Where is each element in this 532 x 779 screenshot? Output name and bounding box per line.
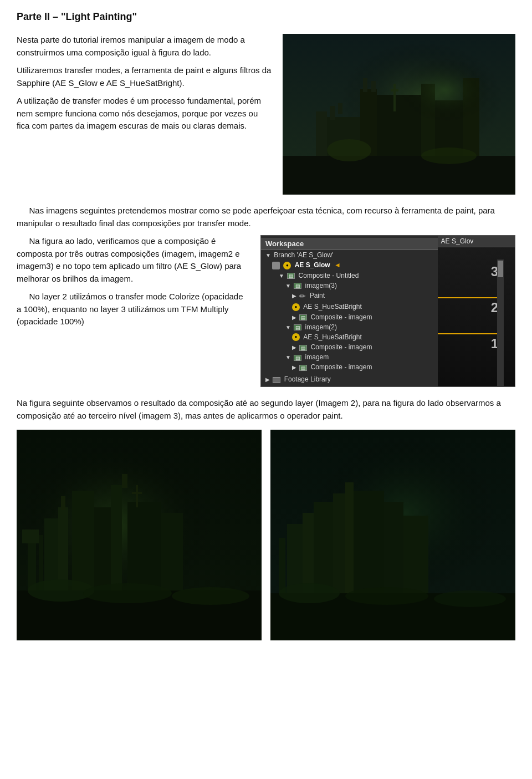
svg-rect-49 — [384, 502, 403, 593]
workspace-header: Workspace — [261, 238, 438, 250]
tree-item-composite-untitled[interactable]: ▼ ▤ Composite - Untitled — [261, 271, 438, 281]
svg-rect-29 — [94, 507, 111, 590]
paint-expand-icon: ▶ — [292, 293, 296, 299]
ae-hue1-icon: ● — [292, 303, 300, 311]
svg-rect-37 — [136, 485, 138, 507]
bottom-image-left — [17, 430, 262, 640]
tree-item-comp-imagem3[interactable]: ▶ ▤ Composite - imagem — [261, 362, 438, 372]
svg-rect-22 — [28, 541, 36, 590]
tree-branch-header: ▼ Branch 'AE S_Glow' — [261, 250, 438, 260]
ws-right-header: AE S_Glov — [438, 236, 515, 247]
footage-icon — [273, 377, 280, 383]
comp-imagem3-expand-icon: ▶ — [292, 364, 296, 370]
paint-label: Paint — [310, 292, 325, 299]
yellow-line-2 — [438, 333, 504, 334]
workspace-tree: Workspace ▼ Branch 'AE S_Glow' ● AE S_Gl… — [261, 236, 438, 386]
imagem-label: imagem — [305, 353, 329, 361]
tree-item-ae-hue1[interactable]: ● AE S_HueSatBright — [261, 302, 438, 312]
bottom-image-right — [270, 430, 515, 640]
ae-sglow-label: AE S_Glow — [295, 261, 330, 269]
svg-rect-30 — [111, 485, 122, 590]
tree-item-paint[interactable]: ▶ ✏ Paint — [261, 291, 438, 302]
svg-rect-26 — [58, 507, 68, 590]
paragraph-bottom: Na figura seguinte observamos o resultad… — [17, 397, 515, 422]
yellow-line-1 — [438, 297, 504, 298]
imagem-icon: ▤ — [294, 355, 301, 361]
footage-label: Footage Library — [284, 375, 331, 383]
svg-point-53 — [434, 590, 506, 607]
svg-point-34 — [28, 579, 94, 602]
sglow-arrow-icon: ◄ — [334, 261, 341, 269]
ws-right-body: 3 2 1 — [438, 247, 515, 386]
top-dark-image — [283, 34, 515, 195]
svg-rect-46 — [333, 493, 345, 593]
svg-rect-45 — [314, 502, 333, 593]
comp-untitled-label: Composite - Untitled — [299, 272, 359, 279]
intro-p2: Utilizaremos transfer modes, a ferrament… — [17, 64, 272, 89]
comp-imagem2-expand-icon: ▶ — [292, 344, 296, 350]
comp-imagem3-label: Composite - imagem — [311, 363, 372, 371]
svg-point-35 — [83, 583, 172, 603]
tree-item-imagem[interactable]: ▼ ▤ imagem — [261, 352, 438, 362]
svg-rect-32 — [127, 502, 161, 590]
svg-rect-50 — [403, 516, 428, 593]
ae-hue1-label: AE S_HueSatBright — [303, 303, 361, 310]
ae-icon-sglow: ● — [283, 262, 291, 269]
svg-rect-31 — [122, 474, 127, 488]
svg-rect-42 — [279, 538, 285, 593]
branch-label: Branch 'AE S_Glow' — [274, 251, 333, 259]
comp-imagem1-icon: ▤ — [299, 314, 307, 320]
svg-rect-27 — [61, 496, 65, 510]
ws-body-content: 3 2 1 — [438, 247, 504, 386]
intro-p3: A utilização de transfer modes é um proc… — [17, 95, 272, 133]
top-section: Nesta parte do tutorial iremos manipular… — [17, 34, 515, 195]
tree-item-footage[interactable]: ▶ Footage Library — [261, 374, 438, 384]
svg-rect-28 — [72, 491, 94, 590]
tree-item-ae-hue2[interactable]: ● AE S_HueSatBright — [261, 332, 438, 343]
bottom-images-section — [17, 430, 515, 640]
svg-point-51 — [279, 583, 340, 603]
scrollbar-thumb — [498, 261, 503, 277]
imagem3-label: imagem(3) — [305, 282, 337, 289]
comp-imagem2-label: Composite - imagem — [311, 343, 372, 351]
svg-point-52 — [345, 587, 428, 605]
scrollbar[interactable] — [497, 259, 504, 386]
imagem2-icon: ▤ — [294, 324, 301, 330]
middle-section: Na figura ao lado, verificamos que a com… — [17, 235, 515, 387]
imagem2-label: imagem(2) — [305, 323, 337, 331]
comp-imagem2-icon: ▤ — [299, 345, 307, 351]
intro-p1: Nesta parte do tutorial iremos manipular… — [17, 34, 272, 59]
svg-point-36 — [172, 587, 249, 605]
ae-hue2-label: AE S_HueSatBright — [303, 333, 361, 341]
imagem2-expand-icon: ▼ — [285, 324, 291, 330]
comp-untitled-icon: ▤ — [287, 273, 295, 279]
svg-rect-43 — [287, 524, 303, 593]
footage-expand-icon: ▶ — [265, 376, 270, 383]
svg-rect-44 — [303, 513, 314, 593]
middle-text-col: Na figura ao lado, verificamos que a com… — [17, 235, 249, 387]
tree-item-comp-imagem2[interactable]: ▶ ▤ Composite - imagem — [261, 342, 438, 352]
intro-text-col: Nesta parte do tutorial iremos manipular… — [17, 34, 272, 195]
imagem-expand-icon: ▼ — [285, 354, 291, 360]
top-image-col — [283, 34, 515, 195]
ae-hue2-icon: ● — [292, 333, 300, 341]
branch-arrow-icon: ▼ — [265, 252, 271, 258]
imagem3-icon: ▤ — [294, 283, 301, 289]
paragraph-middle2: Na figura ao lado, verificamos que a com… — [17, 235, 249, 285]
workspace-col: Workspace ▼ Branch 'AE S_Glow' ● AE S_Gl… — [260, 235, 515, 387]
svg-rect-47 — [345, 482, 354, 593]
tree-item-imagem3[interactable]: ▼ ▤ imagem(3) — [261, 281, 438, 291]
svg-rect-18 — [283, 34, 515, 195]
tree-item-ae-sglow[interactable]: ● AE S_Glow ◄ — [261, 260, 438, 271]
svg-rect-33 — [161, 513, 183, 590]
paragraph-middle3: No layer 2 utilizámos o transfer mode Co… — [17, 291, 249, 328]
page-title: Parte II – "Light Painting" — [17, 11, 515, 23]
tree-item-comp-imagem1[interactable]: ▶ ▤ Composite - imagem — [261, 312, 438, 322]
svg-rect-38 — [132, 492, 142, 494]
workspace-right-panel: AE S_Glov 3 2 1 — [438, 236, 515, 386]
comp-imagem1-label: Composite - imagem — [311, 313, 372, 321]
tree-item-imagem2[interactable]: ▼ ▤ imagem(2) — [261, 322, 438, 332]
imagem3-expand-icon: ▼ — [285, 283, 291, 289]
comp-imagem3-icon: ▤ — [299, 365, 307, 371]
comp-untitled-expand-icon: ▼ — [279, 273, 284, 279]
